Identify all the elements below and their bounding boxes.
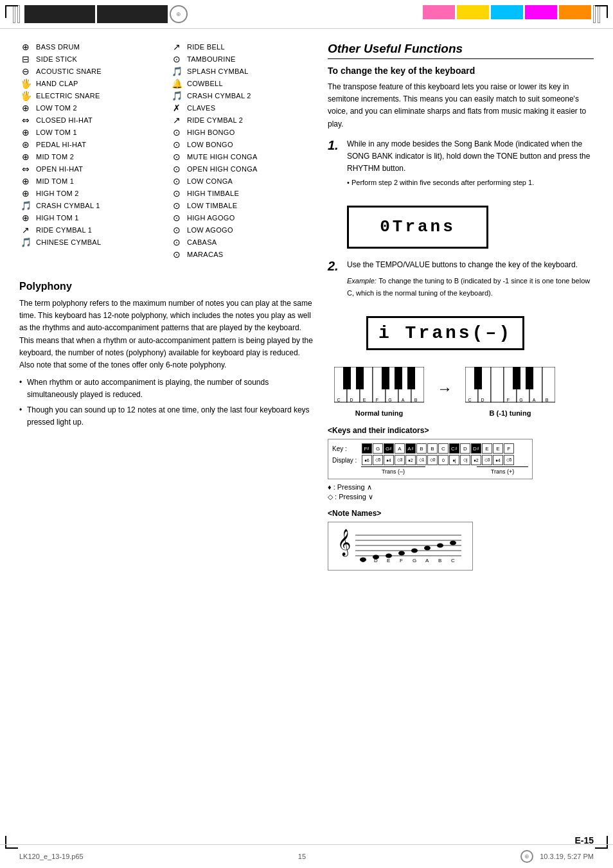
list-item: 🎵 CHINESE CYMBAL [19, 237, 164, 247]
drum-label: HAND CLAP [36, 80, 78, 87]
drum-col-2: ↗ RIDE BELL ⊙ TAMBOURINE 🎵 SPLASH CYMBAL… [170, 42, 315, 261]
drum-icon: ⊙ [170, 237, 183, 247]
top-bar-left-blocks: ⊕ [13, 5, 188, 23]
polyphony-bullet-1: When rhythm or auto accompaniment is pla… [19, 376, 315, 401]
svg-rect-11 [407, 367, 415, 389]
list-item: ⊕ MID TOM 2 [19, 152, 164, 162]
display-cell: ◇5 [504, 455, 514, 465]
list-item: 🖐 ELECTRIC SNARE [19, 91, 164, 101]
drum-icon: 🎵 [170, 66, 183, 76]
drum-icon: ✗ [170, 103, 183, 113]
svg-text:B: B [438, 558, 441, 563]
key-cell: E [482, 443, 492, 454]
drum-label: ACOUSTIC SNARE [36, 67, 102, 75]
color-block-yellow [457, 5, 489, 19]
drum-icon: ⊕ [19, 127, 32, 137]
svg-text:G: G [519, 398, 522, 402]
list-item: ⊙ TAMBOURINE [170, 54, 315, 64]
normal-tuning-diagram: C D E F G A B Normal tuning [334, 367, 424, 417]
svg-text:F: F [507, 398, 510, 402]
drum-icon: ⇔ [19, 115, 32, 125]
drum-label: BASS DRUM [36, 43, 80, 51]
drum-label: ELECTRIC SNARE [36, 92, 100, 100]
svg-rect-25 [542, 367, 555, 402]
svg-text:E: E [387, 558, 390, 563]
drum-icon: ⊕ [19, 213, 32, 223]
list-item: ↗ RIDE BELL [170, 42, 315, 52]
trans-plus-label: Trans (+) [477, 466, 528, 475]
note-names-title: <Note Names> [328, 509, 594, 518]
display-cell: ♦4 [384, 455, 394, 465]
list-item: ✗ CLAVES [170, 103, 315, 113]
top-bar-block [24, 5, 95, 23]
svg-rect-21 [491, 367, 504, 402]
svg-text:F: F [376, 398, 378, 402]
svg-text:B: B [546, 398, 549, 402]
list-item: ⊛ PEDAL HI-HAT [19, 139, 164, 150]
drum-label: LOW BONGO [187, 141, 233, 148]
drum-label: CHINESE CYMBAL [36, 238, 101, 246]
drum-icon: ↗ [170, 42, 183, 52]
key-cell: B [416, 443, 427, 454]
drum-icon: ⊕ [19, 176, 32, 186]
key-row: Key : F♯ G G♯ A A♯ B B C C♯ D D♯ E E F [332, 443, 528, 454]
keys-table: Key : F♯ G G♯ A A♯ B B C C♯ D D♯ E E F [328, 439, 533, 479]
b-tuning-label: B (-1) tuning [490, 409, 531, 417]
step-1: 1. While in any mode besides the Song Ba… [328, 138, 594, 189]
svg-text:C: C [451, 558, 455, 563]
key-cell: G♯ [384, 443, 394, 454]
drum-icon: 🎵 [19, 200, 32, 211]
drum-icon: ⊙ [170, 54, 183, 64]
drum-icon: ⊕ [19, 152, 32, 162]
change-key-subtitle: To change the key of the keyboard [328, 66, 594, 76]
drum-icon: 🖐 [19, 91, 32, 101]
display-cell: ◇3 [395, 455, 405, 465]
drum-label: OPEN HIGH CONGA [187, 165, 258, 173]
list-item: ⊙ LOW TIMBALE [170, 200, 315, 211]
list-item: 🎵 SPLASH CYMBAL [170, 66, 315, 76]
list-item: ⊕ LOW TOM 1 [19, 127, 164, 137]
footer-mid: 15 [298, 853, 306, 860]
drum-label: MID TOM 2 [36, 153, 74, 161]
list-item: ⊕ HIGH TOM 1 [19, 213, 164, 223]
display-cell: ♦2 [471, 455, 481, 465]
key-cell: E [493, 443, 503, 454]
svg-rect-9 [382, 367, 389, 389]
drum-label: CLAVES [187, 104, 215, 112]
svg-text:A: A [402, 398, 405, 402]
key-row-label: Key : [332, 445, 361, 452]
staff-svg: 𝄞 C D E [336, 527, 465, 563]
drum-label: CRASH CYMBAL 1 [36, 202, 100, 209]
key-cell: B [427, 443, 438, 454]
drum-icon: ⊙ [170, 225, 183, 235]
drum-label: PEDAL HI-HAT [36, 141, 86, 148]
note-f [398, 551, 405, 556]
key-cell: F [504, 443, 514, 454]
drum-icon: ⊙ [170, 139, 183, 150]
keys-indicators-title: <Keys and their indicators> [328, 426, 594, 435]
list-item: ⊙ MUTE HIGH CONGA [170, 152, 315, 162]
arrow-right-icon: → [437, 380, 452, 398]
lcd-display-2: i Trans(–) [366, 316, 524, 350]
keys-indicators-section: <Keys and their indicators> Key : F♯ G G… [328, 426, 594, 501]
key-cell: F♯ [362, 443, 372, 454]
list-item: 🎵 CRASH CYMBAL 2 [170, 91, 315, 101]
drum-label: HIGH TOM 1 [36, 214, 79, 222]
top-bar: ⊕ [0, 0, 613, 29]
list-item: ⊙ OPEN HIGH CONGA [170, 164, 315, 174]
drum-label: HIGH TOM 2 [36, 190, 79, 197]
drum-icon: 🖐 [19, 78, 32, 89]
normal-tuning-svg: C D E F G A B [334, 367, 424, 405]
step-1-number: 1. [328, 138, 341, 153]
page-number: E-15 [574, 835, 594, 846]
svg-text:F: F [400, 558, 403, 563]
drum-icon: ⊙ [170, 249, 183, 260]
svg-text:C: C [361, 558, 365, 563]
intro-text: The transpose feature of this keyboard l… [328, 81, 594, 130]
list-item: 🖐 HAND CLAP [19, 78, 164, 89]
lcd-display-2-text: i Trans(–) [378, 323, 512, 343]
drum-label: LOW AGOGO [187, 226, 233, 234]
drum-label: CABASA [187, 238, 217, 246]
drum-label: CRASH CYMBAL 2 [187, 92, 251, 100]
list-item: ↗ RIDE CYMBAL 2 [170, 115, 315, 125]
